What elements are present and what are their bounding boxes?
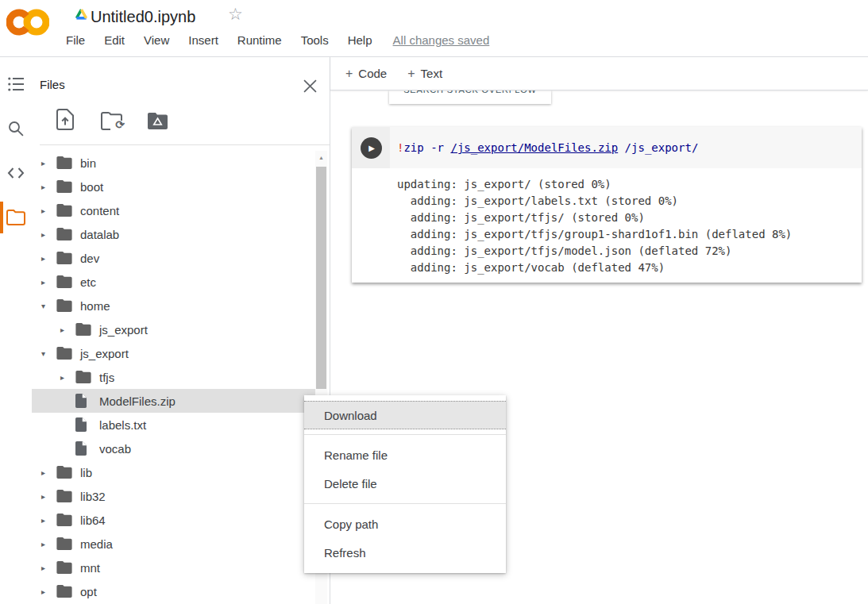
- folder-icon: [56, 252, 75, 264]
- menu-help[interactable]: Help: [348, 33, 372, 47]
- tree-label: datalab: [80, 228, 119, 241]
- code-editor-row[interactable]: ▶ !zip -r /js_export/ModelFiles.zip /js_…: [352, 127, 862, 168]
- expand-arrow-icon[interactable]: ▸: [41, 230, 56, 239]
- search-icon[interactable]: [0, 113, 32, 144]
- file-tree: ▸bin▸boot▸content▸datalab▸dev▸etc▾home▸j…: [32, 151, 315, 603]
- expand-arrow-icon[interactable]: ▸: [41, 278, 56, 287]
- tree-label: boot: [80, 180, 103, 194]
- menu-runtime[interactable]: Runtime: [237, 33, 282, 47]
- code-icon[interactable]: [0, 157, 32, 189]
- file-icon: [75, 417, 95, 432]
- code-command: zip -r: [403, 141, 450, 154]
- tree-row-opt[interactable]: ▸opt: [32, 579, 315, 603]
- folder-icon: [56, 585, 75, 598]
- search-stack-overflow-button[interactable]: SEARCH STACK OVERFLOW: [389, 90, 551, 104]
- tree-row-boot[interactable]: ▸boot: [32, 175, 315, 198]
- expand-arrow-icon[interactable]: ▸: [41, 183, 56, 191]
- folder-icon: [56, 180, 75, 193]
- close-icon[interactable]: [300, 76, 319, 95]
- folder-icon: [75, 371, 95, 383]
- folder-icon: [56, 275, 75, 288]
- tree-row-labels.txt[interactable]: labels.txt: [32, 413, 315, 437]
- tree-row-lib64[interactable]: ▸lib64: [32, 508, 315, 532]
- star-icon[interactable]: ☆: [228, 5, 243, 24]
- colab-logo-icon[interactable]: [6, 5, 49, 43]
- menu-section: Copy pathRefresh: [304, 503, 506, 573]
- notebook-title[interactable]: Untitled0.ipynb: [91, 6, 195, 28]
- plus-icon: +: [407, 67, 415, 81]
- tree-row-vocab[interactable]: vocab: [32, 437, 315, 460]
- menu-tools[interactable]: Tools: [301, 33, 329, 47]
- tree-label: bin: [80, 156, 96, 170]
- folder-icon: [56, 490, 75, 502]
- folder-icon: [56, 204, 75, 217]
- folder-icon: [56, 514, 75, 526]
- tree-label: js_export: [80, 347, 129, 360]
- menu-section: Download: [304, 395, 506, 434]
- tree-row-lib32[interactable]: ▸lib32: [32, 484, 315, 508]
- upload-file-icon[interactable]: [54, 106, 76, 130]
- code-line[interactable]: !zip -r /js_export/ModelFiles.zip /js_ex…: [390, 127, 862, 168]
- menu-item-rename-file[interactable]: Rename file: [304, 441, 506, 470]
- output-line: updating: js_export/ (stored 0%): [397, 176, 855, 193]
- menu-view[interactable]: View: [144, 33, 169, 47]
- expand-arrow-icon[interactable]: ▸: [41, 254, 56, 263]
- scroll-up-arrow-icon[interactable]: ▲: [315, 151, 327, 164]
- menu-item-refresh[interactable]: Refresh: [304, 539, 506, 567]
- files-icon[interactable]: [0, 202, 32, 233]
- tree-row-tfjs[interactable]: ▸tfjs: [32, 365, 315, 389]
- folder-icon: [56, 228, 75, 240]
- expand-arrow-icon[interactable]: ▸: [41, 159, 56, 167]
- tree-row-bin[interactable]: ▸bin: [32, 151, 315, 175]
- menu-file[interactable]: File: [66, 33, 85, 47]
- expand-arrow-icon[interactable]: ▸: [41, 516, 56, 525]
- add-code-button[interactable]: + Code: [345, 67, 387, 81]
- save-status[interactable]: All changes saved: [393, 33, 490, 47]
- tree-row-home[interactable]: ▾home: [32, 294, 315, 317]
- files-toolbar: ⟳: [54, 106, 168, 130]
- menu-insert[interactable]: Insert: [188, 33, 218, 47]
- refresh-folder-icon[interactable]: ⟳: [100, 106, 122, 130]
- add-text-label: Text: [421, 67, 443, 80]
- folder-icon: [56, 561, 75, 574]
- left-icon-rail: [0, 57, 32, 604]
- tree-row-lib[interactable]: ▸lib: [32, 460, 315, 484]
- tree-label: etc: [80, 275, 96, 289]
- tree-row-media[interactable]: ▸media: [32, 532, 315, 556]
- menu-edit[interactable]: Edit: [104, 33, 125, 47]
- menu-item-copy-path[interactable]: Copy path: [304, 510, 506, 539]
- run-cell-button[interactable]: ▶: [361, 137, 382, 159]
- add-text-button[interactable]: + Text: [407, 67, 442, 81]
- tree-row-content[interactable]: ▸content: [32, 198, 315, 222]
- expand-arrow-icon[interactable]: ▸: [60, 373, 75, 382]
- tree-label: ModelFiles.zip: [99, 394, 176, 408]
- expand-arrow-icon[interactable]: ▸: [41, 587, 56, 596]
- tree-row-js_export[interactable]: ▾js_export: [32, 341, 315, 365]
- expand-arrow-icon[interactable]: ▸: [41, 540, 56, 548]
- scrollbar-thumb[interactable]: [316, 167, 326, 389]
- menu-item-delete-file[interactable]: Delete file: [304, 470, 506, 498]
- file-icon: [75, 441, 95, 456]
- expand-arrow-icon[interactable]: ▸: [41, 492, 56, 501]
- mount-drive-icon[interactable]: [146, 106, 168, 130]
- expand-arrow-icon[interactable]: ▸: [41, 564, 56, 572]
- code-path-link[interactable]: /js_export/ModelFiles.zip: [450, 141, 618, 154]
- tree-label: opt: [80, 585, 97, 598]
- tree-row-mnt[interactable]: ▸mnt: [32, 556, 315, 579]
- menu-item-download[interactable]: Download: [304, 401, 506, 429]
- expand-arrow-icon[interactable]: ▸: [41, 206, 56, 215]
- file-icon: [75, 394, 95, 408]
- expand-arrow-icon[interactable]: ▸: [41, 468, 56, 477]
- tree-row-js_export[interactable]: ▸js_export: [32, 317, 315, 341]
- collapse-arrow-icon[interactable]: ▾: [41, 349, 56, 358]
- collapse-arrow-icon[interactable]: ▾: [41, 302, 56, 310]
- tree-row-dev[interactable]: ▸dev: [32, 246, 315, 270]
- cell-gutter: ▶: [352, 127, 390, 168]
- tree-row-ModelFiles.zip[interactable]: ModelFiles.zip: [32, 389, 315, 413]
- tree-row-datalab[interactable]: ▸datalab: [32, 222, 315, 246]
- colab-window: Untitled0.ipynb ☆ File Edit View Insert …: [0, 0, 868, 604]
- table-of-contents-icon[interactable]: [0, 68, 32, 100]
- menu-section: Rename fileDelete file: [304, 434, 506, 503]
- tree-row-etc[interactable]: ▸etc: [32, 270, 315, 294]
- expand-arrow-icon[interactable]: ▸: [60, 325, 75, 334]
